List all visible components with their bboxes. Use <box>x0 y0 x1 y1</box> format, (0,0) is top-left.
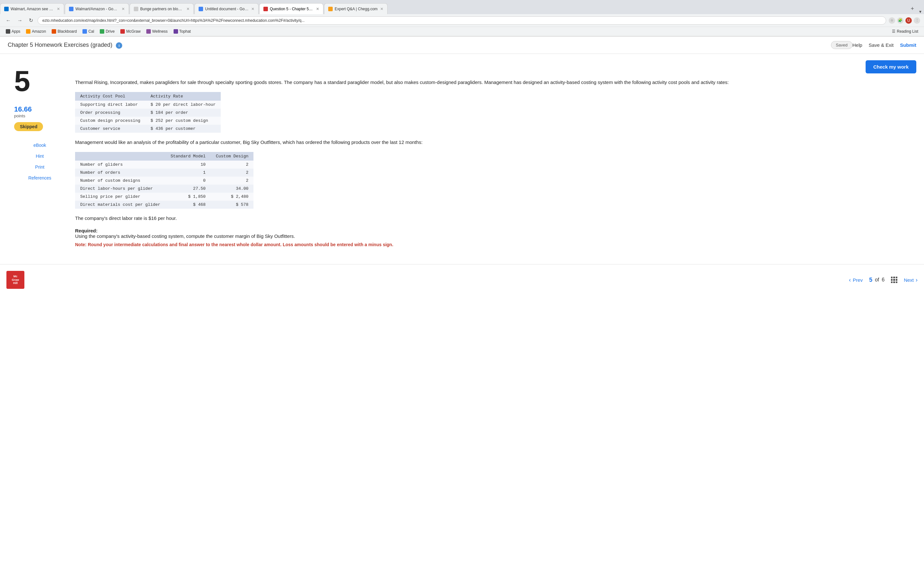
bookmark-bm-drive[interactable]: Drive <box>97 28 117 35</box>
product-col0 <box>75 152 166 161</box>
tab-label: Walmart, Amazon see gain... <box>11 7 54 11</box>
page-header: Chapter 5 Homework Exercises (graded) i … <box>0 37 924 54</box>
page-of-label: of <box>875 277 879 283</box>
bookmark-bm-blackboard[interactable]: Blackboard <box>49 28 79 35</box>
bookmark-star-icon[interactable]: ☆ <box>889 17 895 24</box>
info-icon[interactable]: i <box>116 42 122 49</box>
bookmark-bm-tophat[interactable]: Tophat <box>171 28 194 35</box>
browser-tab-tab3[interactable]: Bunge partners on blockch... ✕ <box>129 3 194 14</box>
bookmark-favicon <box>174 29 178 34</box>
tab-label: Untitled document - Goog... <box>205 7 249 11</box>
tab-favicon <box>4 7 9 11</box>
bookmark-bm-mcgraw[interactable]: McGraw <box>118 28 143 35</box>
prev-button[interactable]: ‹ Prev <box>849 277 863 284</box>
forward-button[interactable]: → <box>15 16 24 25</box>
help-button[interactable]: Help <box>853 42 863 48</box>
bookmark-bm-amazon[interactable]: Amazon <box>23 28 48 35</box>
activity-table-row: Supporting direct labor $ 20 per direct … <box>75 101 221 109</box>
profile-icon[interactable]: U <box>905 17 912 24</box>
product-label-cell: Number of custom designs <box>75 177 166 185</box>
reading-list-button[interactable]: ☰ Reading List <box>889 28 921 35</box>
bookmark-favicon <box>100 29 104 34</box>
bookmark-label: Blackboard <box>57 29 77 34</box>
refresh-button[interactable]: ↻ <box>27 16 35 25</box>
bookmarks-bar: Apps Amazon Blackboard Cal Drive McGraw … <box>0 27 924 36</box>
bookmark-bm-apps[interactable]: Apps <box>3 28 23 35</box>
bookmark-favicon <box>82 29 87 34</box>
next-arrow-icon: › <box>916 277 918 284</box>
points-value: 16.66 <box>14 105 72 113</box>
page-indicator: 5 of 6 <box>869 277 885 284</box>
bookmark-favicon <box>6 29 10 34</box>
product-label-cell: Direct materials cost per glider <box>75 201 166 209</box>
tab-close-icon[interactable]: ✕ <box>316 7 319 11</box>
bookmark-favicon <box>120 29 125 34</box>
address-input[interactable] <box>37 16 886 25</box>
product-custom-cell: 2 <box>211 161 254 169</box>
tab-favicon <box>69 7 73 11</box>
browser-tab-tab5[interactable]: Question 5 - Chapter 5 Ho... ✕ <box>259 3 323 14</box>
print-button[interactable]: Print <box>8 162 72 172</box>
product-standard-cell: 27.50 <box>166 185 211 193</box>
product-col2: Custom Design <box>211 152 254 161</box>
check-my-work-button[interactable]: Check my work <box>866 60 916 73</box>
save-exit-button[interactable]: Save & Exit <box>869 42 894 48</box>
saved-badge: Saved <box>831 41 853 49</box>
activity-name-cell: Customer service <box>75 125 145 133</box>
tab-close-icon[interactable]: ✕ <box>251 7 254 11</box>
next-button[interactable]: Next › <box>904 277 918 284</box>
grid-view-icon[interactable] <box>891 277 897 283</box>
required-section: Required: Using the company's activity-b… <box>75 228 916 239</box>
prev-arrow-icon: ‹ <box>849 277 851 284</box>
tab-label: Bunge partners on blockch... <box>140 7 184 11</box>
tab-menu-button[interactable]: ▾ <box>917 9 924 14</box>
products-table-row: Number of orders 1 2 <box>75 169 254 177</box>
activity-name-cell: Custom design processing <box>75 117 145 125</box>
tab-close-icon[interactable]: ✕ <box>186 7 190 11</box>
question-text: Thermal Rising, Incorporated, makes para… <box>75 79 916 86</box>
hint-button[interactable]: Hint <box>8 151 72 161</box>
bookmark-label: Tophat <box>179 29 191 34</box>
tab-favicon <box>199 7 203 11</box>
browser-tab-tab1[interactable]: Walmart, Amazon see gain... ✕ <box>0 3 64 14</box>
tab-close-icon[interactable]: ✕ <box>121 7 125 11</box>
activity-cost-table: Activity Cost Pool Activity Rate Support… <box>75 92 221 133</box>
bookmark-favicon <box>26 29 31 34</box>
tab-favicon <box>134 7 138 11</box>
side-navigation: eBook Hint Print References <box>8 140 72 183</box>
product-standard-cell: $ 1,850 <box>166 193 211 201</box>
product-col1: Standard Model <box>166 152 211 161</box>
back-button[interactable]: ← <box>4 16 13 25</box>
browser-tab-tab6[interactable]: Expert Q&A | Chegg.com ✕ <box>324 3 388 14</box>
bookmark-bm-cal[interactable]: Cal <box>80 28 97 35</box>
new-tab-button[interactable]: + <box>908 3 917 14</box>
product-label-cell: Selling price per glider <box>75 193 166 201</box>
ebook-button[interactable]: eBook <box>8 140 72 150</box>
submit-button[interactable]: Submit <box>900 42 916 48</box>
bookmark-label: Apps <box>11 29 20 34</box>
tab-close-icon[interactable]: ✕ <box>57 7 60 11</box>
footer-navigation: Mc Graw Hill ‹ Prev 5 of 6 Next › <box>0 264 924 295</box>
products-table-row: Direct labor-hours per glider 27.50 34.0… <box>75 185 254 193</box>
points-label: points <box>14 113 72 118</box>
bookmark-favicon <box>52 29 56 34</box>
question-number: 5 <box>8 60 72 102</box>
bookmark-label: Wellness <box>152 29 168 34</box>
note-content: Note: Round your intermediate calculatio… <box>75 242 393 247</box>
browser-tab-tab2[interactable]: Walmart/Amazon - Google ... ✕ <box>65 3 129 14</box>
product-custom-cell: 34.00 <box>211 185 254 193</box>
activity-name-cell: Supporting direct labor <box>75 101 145 109</box>
extensions-icon[interactable]: 🧩 <box>897 17 903 24</box>
products-table-row: Number of gliders 10 2 <box>75 161 254 169</box>
bookmark-label: McGraw <box>126 29 141 34</box>
reading-list-label: Reading List <box>897 29 918 34</box>
product-label-cell: Direct labor-hours per glider <box>75 185 166 193</box>
rate-col-header: Activity Rate <box>145 92 221 101</box>
activity-rate-cell: $ 436 per customer <box>145 125 221 133</box>
menu-icon[interactable]: ⋮ <box>914 17 920 24</box>
browser-tab-tab4[interactable]: Untitled document - Goog... ✕ <box>194 3 258 14</box>
product-label-cell: Number of gliders <box>75 161 166 169</box>
bookmark-bm-wellness[interactable]: Wellness <box>144 28 170 35</box>
references-button[interactable]: References <box>8 173 72 183</box>
tab-close-icon[interactable]: ✕ <box>380 7 383 11</box>
